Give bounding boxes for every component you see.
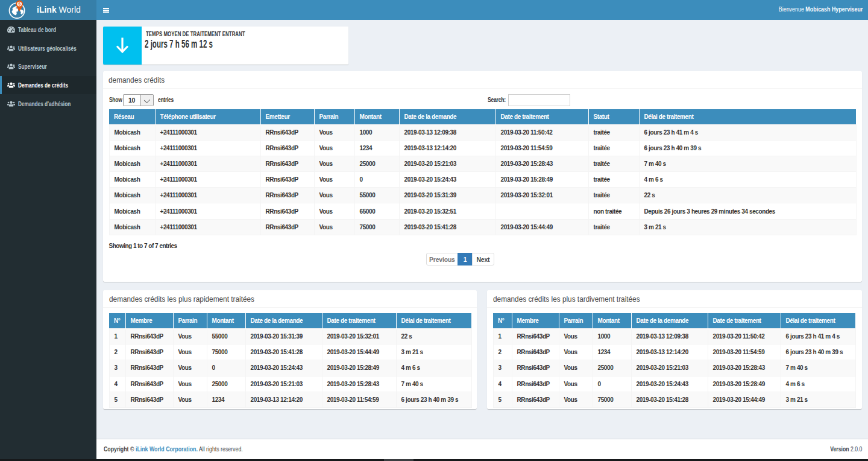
svg-text:$: $ [18,1,20,7]
